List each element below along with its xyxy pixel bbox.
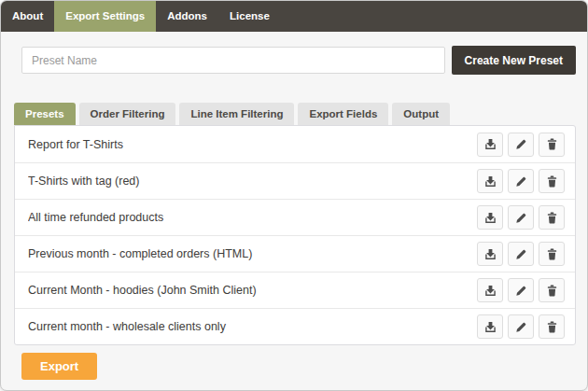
row-actions bbox=[477, 169, 565, 193]
preset-name: Current month - wholesale clients only bbox=[28, 320, 477, 333]
preset-row: All time refunded products bbox=[15, 199, 575, 235]
presets-panel: Report for T-Shirts T-Shirts with tag (r… bbox=[14, 125, 576, 345]
create-new-preset-button[interactable]: Create New Preset bbox=[452, 46, 576, 75]
trash-icon bbox=[545, 175, 559, 189]
preset-name: Current Month - hoodies (John Smith Clie… bbox=[28, 284, 477, 297]
download-icon bbox=[483, 320, 497, 334]
tab-license[interactable]: License bbox=[218, 1, 281, 32]
load-preset-button[interactable] bbox=[477, 133, 503, 157]
preset-row: Current month - wholesale clients only bbox=[15, 308, 575, 344]
top-navigation: About Export Settings Addons License bbox=[1, 1, 587, 32]
delete-preset-button[interactable] bbox=[539, 133, 565, 157]
edit-preset-button[interactable] bbox=[508, 242, 534, 266]
export-settings-window: About Export Settings Addons License Cre… bbox=[0, 0, 588, 391]
edit-preset-button[interactable] bbox=[508, 278, 534, 302]
preset-row: Current Month - hoodies (John Smith Clie… bbox=[15, 272, 575, 308]
edit-preset-button[interactable] bbox=[508, 205, 534, 230]
preset-name-input[interactable] bbox=[21, 47, 445, 74]
download-icon bbox=[483, 175, 497, 189]
trash-icon bbox=[545, 284, 559, 298]
preset-header: Create New Preset bbox=[1, 32, 587, 75]
preset-row: Previous month - completed orders (HTML) bbox=[15, 235, 575, 272]
preset-name: T-Shirts with tag (red) bbox=[28, 175, 477, 188]
load-preset-button[interactable] bbox=[477, 314, 503, 339]
edit-preset-button[interactable] bbox=[508, 133, 534, 157]
subtab-line-item-filtering[interactable]: Line Item Filtering bbox=[179, 103, 294, 125]
trash-icon bbox=[545, 247, 559, 261]
preset-name: Previous month - completed orders (HTML) bbox=[28, 247, 477, 260]
preset-row: Report for T-Shirts bbox=[15, 126, 575, 162]
preset-row: T-Shirts with tag (red) bbox=[15, 162, 575, 199]
pencil-icon bbox=[514, 247, 528, 261]
load-preset-button[interactable] bbox=[477, 169, 503, 193]
row-actions bbox=[477, 314, 565, 339]
delete-preset-button[interactable] bbox=[539, 242, 565, 266]
tab-about[interactable]: About bbox=[1, 1, 54, 32]
edit-preset-button[interactable] bbox=[508, 169, 534, 193]
trash-icon bbox=[545, 320, 559, 334]
download-icon bbox=[483, 137, 497, 151]
preset-name: All time refunded products bbox=[28, 211, 477, 224]
trash-icon bbox=[545, 211, 559, 225]
preset-name: Report for T-Shirts bbox=[28, 138, 477, 151]
subtab-output[interactable]: Output bbox=[392, 103, 450, 125]
subtab-export-fields[interactable]: Export Fields bbox=[298, 103, 388, 125]
download-icon bbox=[483, 247, 497, 261]
pencil-icon bbox=[514, 137, 528, 151]
pencil-icon bbox=[514, 320, 528, 334]
edit-preset-button[interactable] bbox=[508, 314, 534, 339]
download-icon bbox=[483, 284, 497, 298]
export-button[interactable]: Export bbox=[21, 353, 97, 380]
delete-preset-button[interactable] bbox=[539, 314, 565, 339]
row-actions bbox=[477, 242, 565, 266]
subtab-presets[interactable]: Presets bbox=[14, 103, 76, 125]
download-icon bbox=[483, 211, 497, 225]
row-actions bbox=[477, 205, 565, 230]
load-preset-button[interactable] bbox=[477, 205, 503, 230]
row-actions bbox=[477, 278, 565, 302]
load-preset-button[interactable] bbox=[477, 278, 503, 302]
delete-preset-button[interactable] bbox=[539, 205, 565, 230]
tab-export-settings[interactable]: Export Settings bbox=[54, 1, 156, 32]
settings-subtabs: Presets Order Filtering Line Item Filter… bbox=[14, 103, 576, 125]
delete-preset-button[interactable] bbox=[539, 278, 565, 302]
subtab-order-filtering[interactable]: Order Filtering bbox=[79, 103, 176, 125]
pencil-icon bbox=[514, 211, 528, 225]
pencil-icon bbox=[514, 175, 528, 189]
load-preset-button[interactable] bbox=[477, 242, 503, 266]
row-actions bbox=[477, 133, 565, 157]
pencil-icon bbox=[514, 284, 528, 298]
delete-preset-button[interactable] bbox=[539, 169, 565, 193]
trash-icon bbox=[545, 137, 559, 151]
tab-addons[interactable]: Addons bbox=[156, 1, 218, 32]
